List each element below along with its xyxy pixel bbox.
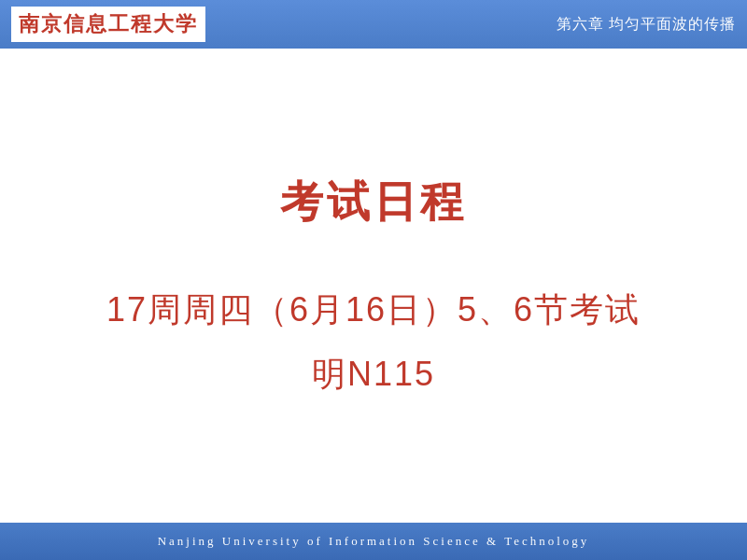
slide-content-area: 考试日程 17周周四（6月16日）5、6节考试 明N115 bbox=[0, 49, 747, 523]
header: 南京信息工程大学 第六章 均匀平面波的传播 bbox=[0, 0, 747, 49]
slide-body: 17周周四（6月16日）5、6节考试 明N115 bbox=[106, 287, 641, 398]
footer-text: Nanjing University of Information Scienc… bbox=[158, 534, 590, 549]
exam-schedule-line2: 明N115 bbox=[106, 352, 641, 398]
university-logo: 南京信息工程大学 bbox=[19, 10, 198, 38]
chapter-title: 第六章 均匀平面波的传播 bbox=[557, 15, 736, 35]
footer: Nanjing University of Information Scienc… bbox=[0, 523, 747, 560]
slide-title: 考试日程 bbox=[280, 174, 467, 231]
exam-schedule-line1: 17周周四（6月16日）5、6节考试 bbox=[106, 287, 641, 333]
logo-box: 南京信息工程大学 bbox=[11, 7, 205, 42]
